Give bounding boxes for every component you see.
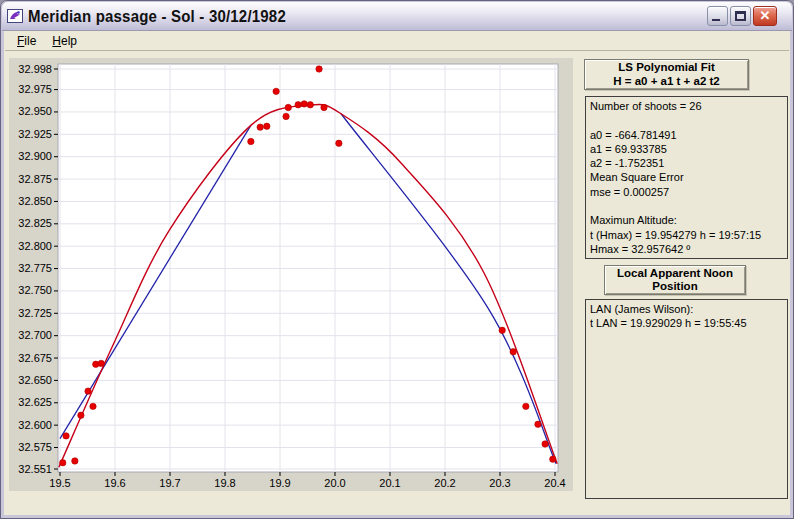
y-tick-label: 32.625 — [18, 396, 52, 408]
data-point — [321, 104, 327, 110]
titlebar[interactable]: Meridian passage - Sol - 30/12/1982 ✕ — [2, 2, 792, 31]
data-point — [523, 403, 529, 409]
data-point — [301, 101, 307, 107]
minimize-icon[interactable] — [707, 6, 728, 26]
data-point — [336, 140, 342, 146]
meridian-chart: 32.99832.97532.95032.92532.90032.87532.8… — [9, 58, 573, 491]
y-tick-label: 32.551 — [18, 463, 52, 475]
data-point — [295, 102, 301, 108]
x-tick-label: 19.5 — [49, 477, 70, 489]
x-tick-label: 19.7 — [159, 477, 180, 489]
data-point — [63, 433, 69, 439]
y-tick-label: 32.775 — [18, 262, 52, 274]
menu-item-file[interactable]: File — [10, 33, 43, 50]
x-tick-label: 19.6 — [104, 477, 125, 489]
data-point — [60, 460, 66, 466]
ls-polynomial-fit-button[interactable]: LS Polynomial Fit H = a0 + a1 t + a2 t2 — [584, 59, 749, 90]
y-tick-label: 32.650 — [18, 374, 52, 386]
y-tick-label: 32.950 — [18, 105, 52, 117]
maximize-icon[interactable] — [730, 6, 751, 26]
window-title: Meridian passage - Sol - 30/12/1982 — [28, 7, 286, 25]
y-tick-label: 32.750 — [18, 284, 52, 296]
y-tick-label: 32.998 — [18, 63, 52, 75]
data-point — [273, 88, 279, 94]
data-point — [90, 403, 96, 409]
data-point — [316, 66, 322, 72]
y-tick-label: 32.725 — [18, 307, 52, 319]
x-tick-label: 19.9 — [269, 477, 290, 489]
data-point — [257, 124, 263, 130]
y-tick-label: 32.700 — [18, 329, 52, 341]
application-window: Meridian passage - Sol - 30/12/1982 ✕ Fi… — [0, 0, 794, 519]
y-tick-label: 32.900 — [18, 150, 52, 162]
close-icon[interactable]: ✕ — [753, 6, 777, 26]
x-tick-label: 19.8 — [214, 477, 235, 489]
x-tick-label: 20.4 — [544, 477, 565, 489]
y-tick-label: 32.875 — [18, 173, 52, 185]
x-tick-label: 20.1 — [379, 477, 400, 489]
y-tick-label: 32.575 — [18, 441, 52, 453]
y-tick-label: 32.600 — [18, 419, 52, 431]
x-tick-label: 20.0 — [324, 477, 345, 489]
data-point — [535, 421, 541, 427]
data-point — [85, 388, 91, 394]
menubar: FileHelp — [5, 32, 789, 51]
data-point — [510, 349, 516, 355]
data-point — [285, 104, 291, 110]
y-tick-label: 32.800 — [18, 240, 52, 252]
fit-results-box: Number of shoots = 26 a0 = -664.781491 a… — [585, 96, 788, 259]
y-tick-label: 32.925 — [18, 128, 52, 140]
menu-item-help[interactable]: Help — [45, 33, 84, 50]
data-point — [307, 102, 313, 108]
x-tick-label: 20.2 — [434, 477, 455, 489]
data-point — [98, 360, 104, 366]
y-tick-label: 32.850 — [18, 195, 52, 207]
app-icon — [7, 8, 23, 24]
plot-area — [58, 64, 558, 472]
y-tick-label: 32.975 — [18, 83, 52, 95]
y-tick-label: 32.675 — [18, 352, 52, 364]
data-point — [283, 113, 289, 119]
local-apparent-noon-button[interactable]: Local Apparent Noon Position — [604, 265, 746, 295]
y-tick-label: 32.825 — [18, 217, 52, 229]
data-point — [264, 123, 270, 129]
lan-results-box: LAN (James Wilson): t LAN = 19.929029 h … — [585, 299, 788, 499]
data-point — [550, 456, 556, 462]
x-tick-label: 20.3 — [489, 477, 510, 489]
data-point — [499, 327, 505, 333]
chart-panel: 32.99832.97532.95032.92532.90032.87532.8… — [9, 58, 573, 491]
data-point — [542, 441, 548, 447]
data-point — [248, 138, 254, 144]
data-point — [72, 458, 78, 464]
data-point — [78, 412, 84, 418]
